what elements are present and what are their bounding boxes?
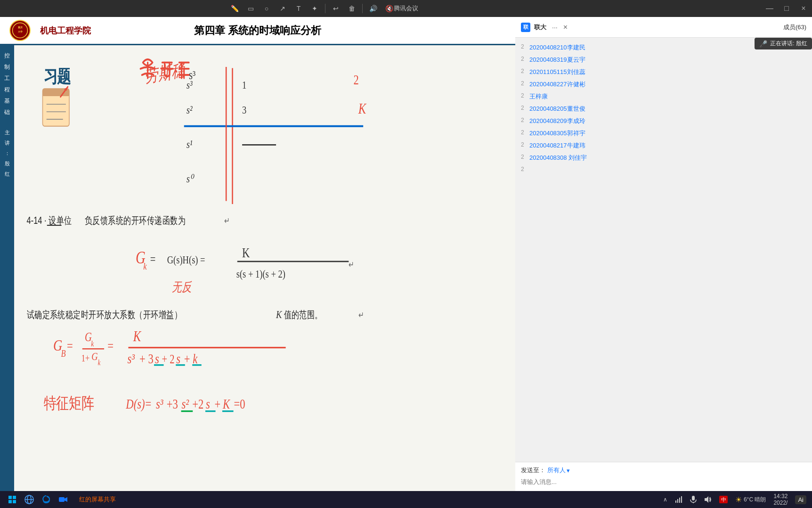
taskbar-left [6,493,70,506]
chat-list-item: 220200408209李成玲 [515,115,812,127]
text-tool-btn[interactable]: T [291,1,306,16]
side-char-6: 础 [4,107,10,118]
presentation-area: 重庆 大学 机电工程学院 第四章 系统的时域响应分析 控 制 工 程 基 础 主… [0,17,515,491]
maximize-btn[interactable]: □ [778,0,795,17]
chat-member-name[interactable]: 20200408305郭祥宇 [529,129,585,138]
send-to-dropdown[interactable]: 所有人 ▾ [547,466,570,475]
chat-member-name[interactable]: 20200408308 刘佳宇 [529,154,587,162]
svg-marker-10 [64,87,68,90]
chat-count: 2 [521,56,526,62]
side-char-4: 程 [4,84,10,95]
panel-close-btn[interactable]: × [563,23,568,32]
chat-input-field[interactable] [521,476,806,487]
svg-rect-85 [59,497,65,502]
chat-count: 2 [521,105,526,111]
pen-tool-btn[interactable]: ✏️ [227,1,242,16]
svg-text:负反馈系统的开环传递函数为: 负反馈系统的开环传递函数为 [85,215,186,226]
chat-list-item: 220201105115刘佳蕊 [515,66,812,78]
chat-count: 2 [521,92,526,99]
screen-share-label: 红的屏幕共享 [79,495,116,504]
svg-text:=: = [150,252,156,266]
side-char-3: 工 [4,73,10,84]
mic-icon[interactable] [690,496,697,503]
arrow-tool-btn[interactable]: ↗ [275,1,290,16]
chat-member-name[interactable]: 20200408217牛建玮 [529,141,585,150]
svg-text:s: s [176,351,180,366]
meeting-icon[interactable] [57,493,70,506]
rect-tool-btn[interactable]: ▭ [243,1,258,16]
chat-count: 2 [521,154,526,160]
svg-text:重庆: 重庆 [18,26,23,29]
svg-text:s: s [155,351,159,366]
browser-icon[interactable] [23,493,36,506]
annotation-toolbar: ✏️ ▭ ○ ↗ T ✦ ↩ 🗑 🔊 🔇 [0,0,624,17]
svg-text:G(s)H(s) =: G(s)H(s) = [167,254,205,266]
svg-text:k: k [98,358,101,367]
svg-text:↵: ↵ [358,311,364,320]
chat-list-item: 2 [515,164,812,174]
svg-text:k: k [193,351,197,366]
speaking-indicator: 🎤 正在讲话: 殷红 [755,38,812,49]
send-to-row: 发送至： 所有人 ▾ [521,466,806,475]
svg-text:k: k [91,339,94,348]
chat-member-name[interactable]: 20200408319夏云宇 [529,56,585,64]
ime-icon[interactable]: 中 [719,496,728,503]
svg-text:s⁰: s⁰ [187,172,195,185]
chat-member-name[interactable]: 20200408209李成玲 [529,117,585,125]
chat-input-area: 发送至： 所有人 ▾ [515,462,812,491]
tray-expand-btn[interactable]: ∧ [663,496,667,503]
chat-member-name[interactable]: 20200408205董世俊 [529,105,585,113]
volume-btn[interactable]: 🔊 [365,1,381,16]
chat-member-name[interactable]: 20201105115刘佳蕊 [529,68,585,76]
network-icon[interactable] [675,496,682,503]
circle-tool-btn[interactable]: ○ [259,1,274,16]
start-btn[interactable] [6,493,19,506]
datetime-display: 14:32 2022/ [773,493,788,506]
laser-tool-btn[interactable]: ✦ [307,1,322,16]
side-sub-char-1: 主 [5,127,10,138]
slide-content: 重庆 大学 机电工程学院 第四章 系统的时域响应分析 控 制 工 程 基 础 主… [0,17,515,491]
chat-member-name[interactable]: 20200408210李建民 [529,43,585,52]
svg-text:K: K [242,245,250,260]
svg-rect-89 [681,496,682,503]
ai-btn[interactable]: Ai [795,495,806,504]
close-btn[interactable]: × [795,0,812,17]
minimize-btn[interactable]: — [761,0,778,17]
chat-count: 2 [521,43,526,50]
chat-list[interactable]: 220200408210李建民220200408319夏云宇2202011051… [515,38,812,462]
sun-icon: ☀ [735,495,742,504]
svg-text:=: = [145,397,151,412]
titlebar: ✏️ ▭ ○ ↗ T ✦ ↩ 🗑 🔊 🔇 腾讯会议 — □ × [0,0,812,17]
svg-text:↵: ↵ [349,260,354,270]
svg-text:D(s): D(s) [125,397,145,412]
panel-more-btn[interactable]: ··· [552,24,558,31]
svg-rect-81 [13,500,16,503]
svg-text:s(s + 1)(s + 2): s(s + 1)(s + 2) [236,268,285,280]
dropdown-arrow-icon: ▾ [567,467,570,474]
svg-text:s³: s³ [156,397,164,412]
svg-text:K: K [276,308,283,321]
svg-text:G: G [85,330,92,344]
chat-member-name[interactable]: 20200408227许健彬 [529,80,585,89]
chat-list-item: 220200408305郭祥宇 [515,127,812,139]
volume-status-icon[interactable] [704,496,712,503]
svg-text:B: B [61,348,66,359]
svg-text:1: 1 [242,79,246,91]
chat-member-name[interactable]: 王梓康 [529,92,548,101]
svg-text:特征矩阵: 特征矩阵 [44,394,95,412]
ai-label: Ai [798,496,804,503]
tray-expand-icon: ∧ [663,496,667,503]
window-title: 腾讯会议 [394,4,418,13]
svg-rect-5 [42,89,69,96]
svg-text:↵: ↵ [224,216,230,226]
undo-btn[interactable]: ↩ [328,1,343,16]
edge-icon[interactable] [40,493,53,506]
annotation-svg: 习题 s³ 劳斯稳 s³ 1 2 s² [0,17,515,491]
svg-rect-86 [675,500,676,503]
svg-rect-88 [679,498,680,503]
chat-list-item: 220200408227许健彬 [515,78,812,90]
svg-rect-79 [13,496,16,499]
side-sub-char-4: 殷 [5,158,10,169]
chat-count: 2 [521,80,526,87]
clear-btn[interactable]: 🗑 [344,1,359,16]
